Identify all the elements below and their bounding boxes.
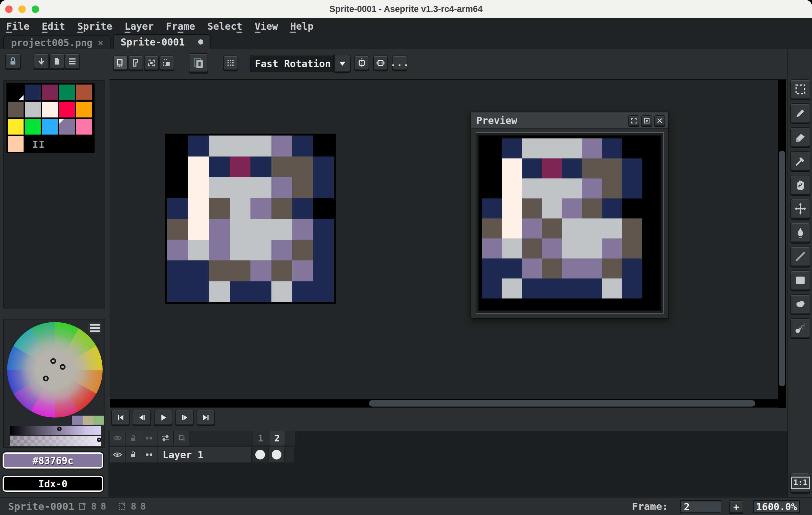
symmetry-options-button[interactable]: ...	[393, 56, 407, 70]
sprite-pixel[interactable]	[230, 198, 251, 219]
tool-paint-bucket-button[interactable]	[790, 223, 810, 242]
palette-swatch-1[interactable]	[25, 85, 41, 101]
palette-swatch-4[interactable]	[76, 85, 92, 101]
timeline-settings-icon[interactable]	[157, 431, 173, 446]
sprite-pixel[interactable]	[167, 177, 188, 198]
sprite-pixel[interactable]	[209, 260, 230, 281]
selection-mode-replace-button[interactable]	[113, 56, 128, 70]
sprite-pixel[interactable]	[313, 260, 334, 281]
palette-swatch-13[interactable]	[59, 119, 75, 135]
vertical-symmetry-button[interactable]	[354, 56, 369, 70]
horizontal-symmetry-button[interactable]	[373, 56, 388, 70]
horizontal-scrollbar[interactable]	[110, 399, 778, 407]
menu-item-select[interactable]: Select	[207, 21, 242, 32]
sprite-pixel[interactable]	[271, 136, 292, 156]
sprite-pixel[interactable]	[188, 281, 209, 302]
palette-swatch-14[interactable]	[76, 119, 92, 135]
sprite-pixel[interactable]	[188, 156, 209, 177]
close-window-button[interactable]	[5, 5, 12, 13]
palette-presets-button[interactable]	[49, 54, 64, 69]
sprite-pixel[interactable]	[313, 219, 334, 240]
sprite-pixel[interactable]	[251, 136, 271, 156]
sprite-pixel[interactable]	[313, 156, 334, 177]
menu-item-frame[interactable]: Frame	[166, 21, 195, 32]
palette-swatch-11[interactable]	[25, 119, 41, 135]
sprite-pixel[interactable]	[167, 219, 188, 240]
timeline-eye-icon[interactable]	[110, 431, 125, 446]
palette-swatch-9[interactable]	[76, 102, 92, 117]
sprite-pixel[interactable]	[188, 219, 209, 240]
menu-item-file[interactable]: File	[6, 21, 29, 32]
sprite-pixel[interactable]	[292, 260, 313, 281]
tool-move-button[interactable]	[790, 199, 810, 219]
sprite-pixel[interactable]	[167, 156, 188, 177]
pixel-grid-button[interactable]	[223, 56, 238, 70]
tab-project005[interactable]: project005.png ×	[3, 35, 111, 49]
sprite-pixel[interactable]	[167, 260, 188, 281]
sprite-pixel[interactable]	[313, 177, 334, 198]
sprite-pixel[interactable]	[209, 219, 230, 240]
harmony-swatch[interactable]	[83, 416, 93, 425]
sprite-pixel[interactable]	[313, 198, 334, 219]
horizontal-scrollbar-thumb[interactable]	[369, 400, 755, 407]
zoom-level-box[interactable]: 1600.0%	[753, 500, 800, 513]
sprite-pixel[interactable]	[209, 198, 230, 219]
sprite-pixel[interactable]	[292, 281, 313, 302]
sprite-pixel[interactable]	[188, 240, 209, 261]
preview-close-icon[interactable]	[654, 115, 665, 126]
rotation-algorithm-dropdown[interactable]: Fast Rotation	[250, 55, 334, 72]
wheel-marker[interactable]	[60, 364, 65, 370]
sprite-pixel[interactable]	[251, 240, 271, 261]
tab-sprite-0001[interactable]: Sprite-0001	[113, 34, 211, 49]
sprite-pixel[interactable]	[271, 156, 292, 177]
selection-mode-subtract-button[interactable]	[144, 56, 159, 70]
tool-rectangle-button[interactable]	[790, 270, 810, 290]
go-to-first-frame-button[interactable]	[111, 410, 130, 425]
cel-frame-1[interactable]	[252, 447, 268, 462]
harmony-swatch[interactable]	[93, 416, 104, 425]
sprite-pixel[interactable]	[292, 177, 313, 198]
value-slider[interactable]	[10, 426, 101, 435]
layer-visibility-icon[interactable]	[110, 447, 125, 462]
sprite-pixel[interactable]	[251, 177, 271, 198]
sprite-pixel[interactable]	[230, 177, 251, 198]
menu-item-view[interactable]: View	[255, 21, 278, 32]
zoom-window-button[interactable]	[32, 5, 39, 13]
preview-expand-button[interactable]	[628, 115, 639, 126]
wheel-options-icon[interactable]	[88, 322, 102, 334]
sprite-pixel[interactable]	[271, 177, 292, 198]
sprite-pixel[interactable]	[251, 156, 271, 177]
sprite-pixel[interactable]	[188, 136, 209, 156]
alpha-slider-marker[interactable]	[97, 437, 102, 442]
sprite-pixel[interactable]	[271, 240, 292, 261]
vertical-scrollbar-thumb[interactable]	[779, 151, 785, 386]
sprite-pixel[interactable]	[209, 240, 230, 261]
minimize-window-button[interactable]	[19, 5, 26, 13]
menu-item-sprite[interactable]: Sprite	[78, 21, 112, 32]
wheel-marker[interactable]	[50, 358, 56, 364]
sprite-pixel[interactable]	[251, 281, 271, 302]
sprite-pixel[interactable]	[292, 219, 313, 240]
sprite-pixel[interactable]	[230, 219, 251, 240]
palette-swatch-7[interactable]	[42, 102, 58, 117]
color-wheel[interactable]	[7, 322, 103, 418]
selection-mode-union-button[interactable]	[128, 56, 143, 70]
palette-swatch-6[interactable]	[25, 102, 41, 117]
sprite-pixel[interactable]	[209, 156, 230, 177]
layer-name[interactable]: Layer 1	[157, 447, 251, 462]
canvas-sprite[interactable]	[167, 136, 334, 302]
selection-mode-intersect-button[interactable]	[160, 56, 174, 70]
alpha-slider[interactable]	[10, 436, 101, 446]
tool-rectangular-marquee-button[interactable]	[790, 79, 810, 99]
sprite-pixel[interactable]	[230, 281, 251, 302]
sprite-pixel[interactable]	[292, 240, 313, 261]
sprite-pixel[interactable]	[167, 240, 188, 261]
palette-lock-button[interactable]	[5, 54, 21, 69]
timeline-lock-icon[interactable]	[125, 431, 141, 446]
sprite-pixel[interactable]	[292, 136, 313, 156]
palette-swatch-5[interactable]	[8, 102, 24, 117]
tool-eraser-button[interactable]	[790, 127, 810, 147]
sprite-pixel[interactable]	[209, 177, 230, 198]
frame-header-2[interactable]: 2	[269, 431, 285, 446]
menu-item-layer[interactable]: Layer	[124, 21, 154, 32]
